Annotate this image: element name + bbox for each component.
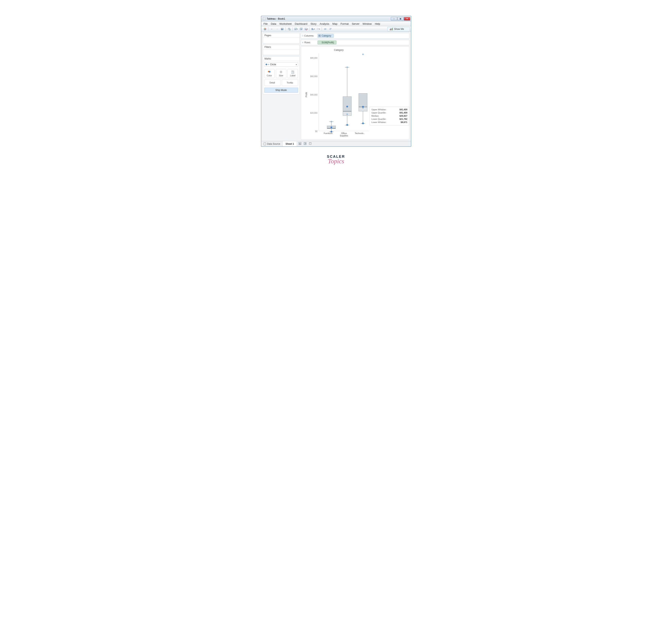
svg-rect-30 [330,29,331,30]
branding-line2: Topics [37,157,635,165]
menu-help[interactable]: Help [373,22,382,26]
svg-rect-38 [300,144,301,144]
marks-detail-button[interactable]: Detail [264,79,281,86]
menu-window[interactable]: Window [361,22,373,26]
data-point[interactable] [362,123,364,124]
columns-label: Columns [304,35,314,37]
svg-rect-14 [295,29,295,30]
y-tick-label: $0 [308,130,317,132]
columns-shelf[interactable]: ⦙⦙⦙Columns Category [301,33,409,39]
svg-rect-36 [299,144,299,144]
svg-rect-5 [264,28,264,29]
chart-title: Category [313,49,364,51]
duplicate-sheet-icon[interactable] [299,27,303,31]
forward-icon[interactable]: → [275,27,279,31]
circle-icon [268,64,269,65]
marks-type-dropdown[interactable]: Circle [264,62,298,67]
svg-rect-24 [306,28,306,30]
boxplot-column [356,53,370,131]
viz-canvas[interactable]: Category Profit Upper Whisker:$41,409 Up… [301,46,409,139]
new-worksheet-tab-icon[interactable] [298,142,301,146]
new-dashboard-tab-icon[interactable] [304,142,307,146]
new-story-tab-icon[interactable] [309,142,312,146]
svg-rect-1 [264,28,265,28]
marks-size-button[interactable]: Size [276,69,286,78]
svg-rect-28 [330,28,331,28]
toolbar: ← → ⟳ Show Me [261,26,411,32]
boxplot-column [340,53,354,131]
new-data-source-icon[interactable] [287,27,291,31]
y-tick-label: $80,000 [308,57,317,59]
y-axis-label: Profit [305,92,307,97]
svg-point-34 [281,71,282,72]
pages-shelf[interactable]: Pages [263,33,299,43]
data-source-tab[interactable]: Data Source [261,141,283,147]
svg-rect-41 [305,144,306,145]
view-area: ⦙⦙⦙Columns Category ≡Rows SUM(Profit) Ca… [301,32,411,141]
menu-analysis[interactable]: Analysis [318,22,331,26]
columns-icon: ⦙⦙⦙ [302,35,303,37]
menu-map[interactable]: Map [331,22,339,26]
menu-format[interactable]: Format [339,22,350,26]
data-point[interactable] [362,106,364,108]
marks-color-button[interactable]: Color [264,69,275,78]
y-tick-label: $40,000 [308,93,317,96]
menu-file[interactable]: File [262,22,269,26]
menu-worksheet[interactable]: Worksheet [278,22,293,26]
data-point[interactable] [346,66,348,68]
svg-rect-20 [301,29,301,29]
menu-data[interactable]: Data [269,22,277,26]
x-category-label: OfficeSupplies [337,132,351,137]
sheet1-tab[interactable]: Sheet 1 [283,141,297,147]
size-icon [279,71,283,74]
svg-rect-15 [295,28,296,30]
maximize-button[interactable]: ▣ [397,17,404,21]
chart-area: Profit Upper Whisker:$41,409 Upper Quart… [303,52,371,137]
boxplot-tooltip: Upper Whisker:$41,409 Upper Quartile:$41… [370,107,409,125]
rows-pill-sum-profit[interactable]: SUM(Profit) [317,41,337,44]
back-icon[interactable]: ← [270,27,274,31]
data-point[interactable] [330,126,332,128]
filters-shelf[interactable]: Filters [263,45,299,55]
svg-rect-10 [282,29,283,30]
save-icon[interactable] [281,27,284,31]
boxplot-column [324,53,338,131]
toolbar-separator [268,27,269,31]
ship-mode-pill[interactable]: Ship Mode [264,88,298,93]
sort-icon[interactable] [329,27,332,31]
app-window: Tableau - Book1 — ▣ ✕ File Data Workshee… [261,16,411,147]
svg-rect-29 [330,29,331,29]
swap-icon[interactable] [311,27,315,31]
rows-shelf[interactable]: ≡Rows SUM(Profit) [301,40,409,45]
marks-label-button[interactable]: Abc123 Label [288,69,298,78]
pages-label: Pages [263,33,299,38]
data-point[interactable] [346,106,348,107]
data-point[interactable] [346,124,348,126]
color-icon [268,71,271,74]
menubar: File Data Worksheet Dashboard Story Anal… [261,22,411,26]
marks-tooltip-button[interactable]: Tooltip [282,79,298,86]
close-button[interactable]: ✕ [404,17,410,21]
toolbar-separator [292,27,293,31]
svg-rect-39 [304,143,305,145]
side-panel: Pages Filters Marks Circle [261,32,301,141]
workspace: Pages Filters Marks Circle [261,32,411,141]
app-icon [263,17,266,20]
svg-rect-21 [301,28,302,29]
titlebar: Tableau - Book1 — ▣ ✕ [261,16,411,22]
menu-dashboard[interactable]: Dashboard [293,22,309,26]
data-point[interactable] [331,121,332,123]
auto-update-icon[interactable] [323,27,327,31]
minimize-button[interactable]: — [391,17,397,21]
data-point[interactable] [362,53,364,55]
menu-story[interactable]: Story [309,22,318,26]
new-worksheet-icon[interactable] [294,27,298,31]
window-title: Tableau - Book1 [267,17,390,20]
show-me-button[interactable]: Show Me [387,27,410,31]
data-point[interactable] [346,113,348,115]
columns-pill-category[interactable]: Category [317,34,334,38]
refresh-icon[interactable]: ⟳ [316,27,320,31]
tableau-logo-icon[interactable] [263,27,267,31]
menu-server[interactable]: Server [350,22,361,26]
clear-sheet-icon[interactable] [305,27,308,31]
